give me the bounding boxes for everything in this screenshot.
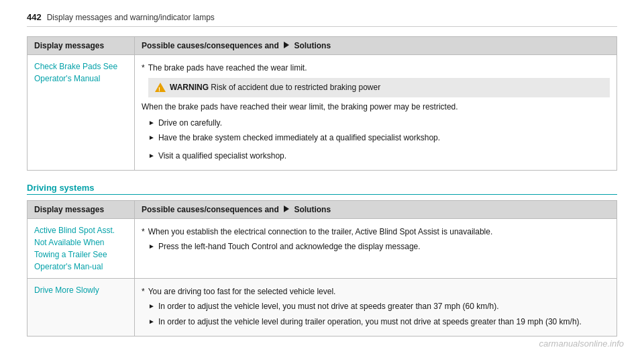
table-row: Check Brake Pads See Operator's Manual *…: [28, 55, 617, 171]
section-heading: Driving systems: [27, 183, 617, 195]
star-bullet: * When you establish the electrical conn…: [142, 226, 610, 238]
causes-cell: * The brake pads have reached the wear l…: [135, 55, 617, 171]
table-1: Display messages Possible causes/consequ…: [27, 36, 617, 171]
star-bullet: * You are driving too fast for the selec…: [142, 285, 610, 298]
display-message-cell: Active Blind Spot Asst. Not Available Wh…: [28, 219, 135, 279]
display-message-cell: Drive More Slowly: [28, 279, 135, 337]
arrow-bullet: ► In order to adjust the vehicle level d…: [148, 316, 610, 328]
col1-header: Display messages: [28, 201, 135, 219]
warning-triangle-icon: [155, 83, 166, 92]
arrow-bullet: ► Press the left-hand Touch Control and …: [148, 240, 610, 253]
display-message-cell: Check Brake Pads See Operator's Manual: [28, 55, 135, 171]
page-number: 442: [27, 12, 42, 22]
warning-box: WARNING Risk of accident due to restrict…: [148, 78, 610, 97]
table-row: Active Blind Spot Asst. Not Available Wh…: [28, 219, 617, 279]
watermark: carmanualsonline.info: [539, 339, 624, 349]
page-header: 442 Display messages and warning/indicat…: [27, 12, 617, 27]
star-bullet: * The brake pads have reached the wear l…: [142, 62, 610, 75]
arrow-bullet: ► Drive on carefully.: [148, 117, 610, 130]
col2-header: Possible causes/consequences and Solutio…: [135, 37, 617, 55]
arrow-bullet: ► In order to adjust the vehicle level, …: [148, 300, 610, 313]
col2-header: Possible causes/consequences and Solutio…: [135, 201, 617, 219]
plain-text: When the brake pads have reached their w…: [142, 101, 610, 114]
table-row: Drive More Slowly * You are driving too …: [28, 279, 617, 337]
causes-cell: * When you establish the electrical conn…: [135, 219, 617, 279]
table-2: Display messages Possible causes/consequ…: [27, 200, 617, 337]
causes-cell: * You are driving too fast for the selec…: [135, 279, 617, 337]
col1-header: Display messages: [28, 37, 135, 55]
arrow-bullet: ► Have the brake system checked immediat…: [148, 132, 610, 144]
arrow-bullet: ► Visit a qualified specialist workshop.: [148, 150, 610, 163]
page-title: Display messages and warning/indicator l…: [47, 13, 215, 22]
